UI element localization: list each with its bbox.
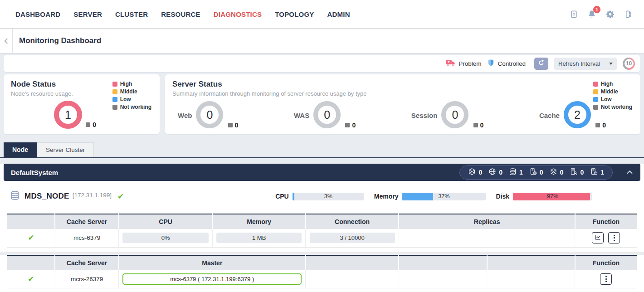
was-status-donut: 0 0 — [313, 101, 342, 129]
nav-item-diagnostics[interactable]: DIAGNOSTICS — [214, 10, 262, 18]
nav-item-cluster[interactable]: CLUSTER — [115, 10, 148, 18]
web-not-working-count: 0 — [235, 122, 239, 129]
svg-text:?: ? — [572, 11, 575, 16]
chevron-down-icon — [609, 63, 613, 65]
dashboard-toolbar: Problem Controlled Refresh Interval 10 — [4, 55, 640, 72]
cache-not-working: 0 — [595, 122, 606, 129]
cache-count: 2 — [574, 108, 581, 122]
not-working-square-icon — [345, 123, 350, 127]
page-title: Monitoring Dashboard — [19, 36, 101, 45]
notification-bell-icon[interactable]: 1 — [587, 9, 597, 19]
table-header-row: Cache Server Master Function — [7, 255, 637, 270]
system-name: DefaultSystem — [11, 169, 58, 176]
refresh-interval-select[interactable]: Refresh Interval — [554, 58, 617, 70]
low-color-swatch — [593, 97, 598, 102]
session-not-working-count: 0 — [480, 122, 484, 129]
logout-door-icon[interactable] — [623, 9, 633, 19]
was-not-working: 0 — [345, 122, 356, 129]
chart-button[interactable] — [592, 232, 604, 243]
memory-value: 1 MB — [216, 233, 302, 243]
legend-item-high: High — [593, 81, 632, 87]
session-count: 0 — [452, 108, 458, 122]
legend-label: Low — [601, 96, 612, 102]
server-status-card: Server Status Summary information throug… — [165, 74, 640, 134]
nav-item-server[interactable]: SERVER — [73, 10, 102, 18]
cache-server-name: mcrs-26379 — [55, 270, 118, 288]
not-working-square-icon — [473, 123, 478, 127]
disk-usage-value: 97% — [513, 193, 592, 200]
node-not-working-count: 0 — [93, 121, 96, 128]
session-server-icon — [570, 168, 577, 177]
legend-label: Middle — [601, 88, 618, 95]
was-layers-icon — [550, 168, 557, 177]
replicas-value — [399, 229, 575, 247]
cache-not-working-count: 0 — [602, 122, 606, 129]
server-status-legend: High Middle Low Not working — [593, 81, 632, 112]
nav-item-dashboard[interactable]: DASHBOARD — [15, 10, 60, 18]
cache-status-donut: 2 0 — [564, 101, 592, 129]
counter-value: 1 — [600, 169, 604, 176]
globe-icon — [488, 168, 496, 177]
not-working-square-icon — [228, 123, 233, 127]
counter-was: 0 — [550, 168, 564, 177]
nav-item-topology[interactable]: TOPOLOGY — [275, 10, 314, 18]
counter-node: 1 — [509, 168, 523, 177]
legend-item-middle: Middle — [593, 88, 632, 95]
green-check-icon: ✔ — [28, 234, 34, 242]
cache-server-icon — [590, 168, 598, 177]
help-doc-icon[interactable]: ? — [569, 9, 579, 19]
was-not-working-count: 0 — [352, 122, 356, 129]
tab-server-cluster[interactable]: Server Cluster — [37, 142, 94, 157]
metric-cpu: CPU 3% — [275, 193, 364, 200]
node-ip: [172.31.1.199] — [73, 192, 112, 199]
node-status-card: Node Status Node's resource usage. High … — [4, 74, 160, 134]
session-status-ring: 0 — [441, 101, 468, 128]
column-empty — [306, 255, 399, 270]
ambulance-icon — [445, 59, 456, 68]
column-status — [7, 255, 55, 270]
more-actions-button[interactable] — [608, 232, 620, 243]
metric-label: CPU — [275, 193, 289, 200]
legend-item-not-working: Not working — [112, 104, 151, 110]
green-check-icon: ✔ — [117, 192, 124, 201]
nav-item-admin[interactable]: ADMIN — [327, 10, 350, 18]
server-status-subtitle: Summary information through monitoring o… — [172, 90, 633, 97]
column-replicas: Replicas — [399, 214, 575, 229]
table-row: ✔ mcrs-26379 mcs-6379 ( 172.31.1.199:637… — [7, 270, 637, 288]
problem-label: Problem — [459, 60, 481, 67]
chart-icon — [595, 234, 601, 242]
cpu-value: 0% — [122, 233, 208, 243]
web-server-icon — [529, 168, 537, 177]
legend-label: Middle — [120, 88, 137, 95]
web-count: 0 — [206, 108, 213, 122]
counter-web: 0 — [488, 168, 503, 177]
high-color-swatch — [593, 82, 598, 87]
memory-usage-bar: 37% — [402, 193, 486, 200]
column-empty — [399, 255, 487, 270]
memory-usage-value: 37% — [402, 193, 486, 200]
settings-gear-icon[interactable] — [605, 9, 615, 19]
system-accordion-header[interactable]: DefaultSystem 0 0 1 0 — [4, 164, 640, 181]
column-connection: Connection — [306, 214, 399, 229]
chevron-up-icon[interactable] — [626, 170, 633, 175]
counter-value: 0 — [499, 169, 503, 176]
column-cache-server: Cache Server — [55, 214, 118, 229]
column-empty — [487, 255, 575, 270]
not-working-square-icon — [595, 123, 600, 127]
refresh-button[interactable] — [534, 58, 548, 70]
tab-node[interactable]: Node — [4, 142, 37, 157]
problem-legend: Problem — [445, 59, 481, 68]
metric-disk: Disk 97% — [496, 193, 592, 200]
high-color-swatch — [112, 82, 117, 87]
tab-underline — [0, 157, 644, 158]
cpu-usage-bar: 3% — [293, 193, 364, 200]
page-body: Problem Controlled Refresh Interval 10 N… — [0, 55, 644, 292]
nav-item-resource[interactable]: RESOURCE — [161, 10, 200, 18]
metric-label: Memory — [374, 193, 399, 200]
node-metrics: CPU 3% Memory 37% Disk — [275, 193, 592, 200]
server-group-web: Web 0 0 — [178, 101, 224, 129]
back-button[interactable] — [0, 29, 13, 54]
connection-value: 3 / 10000 — [310, 233, 395, 243]
counter-cache-server: 1 — [590, 168, 604, 177]
more-actions-button[interactable] — [600, 273, 612, 285]
